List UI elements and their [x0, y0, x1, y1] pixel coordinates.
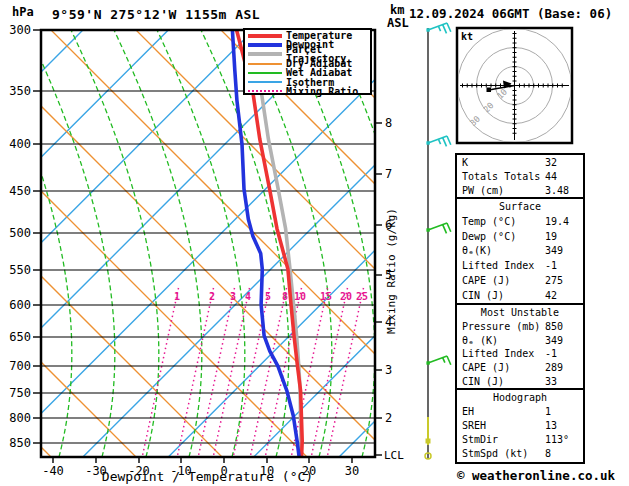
stat-label: StmSpd (kt): [462, 448, 528, 459]
stat-label: PW (cm): [462, 185, 504, 196]
stat-value: 33: [545, 376, 557, 387]
mixing-ratio-value-label: 8: [282, 291, 288, 302]
km-tick-label: 2: [385, 411, 392, 425]
wet-adiabat-line-sample: [248, 72, 282, 74]
stat-value: 289: [545, 362, 563, 373]
temp-tick-label: 10: [253, 464, 281, 478]
mixing-ratio-value-label: 5: [265, 291, 271, 302]
stat-value: 275: [545, 275, 563, 286]
stat-value: 113°: [545, 434, 569, 445]
table-section-header: Hodograph: [457, 392, 583, 406]
wind-barbs: [425, 23, 451, 459]
stat-value: 13: [545, 420, 557, 431]
stat-row: Totals Totals44: [457, 171, 583, 185]
stat-label: CIN (J): [462, 290, 504, 301]
stat-row: K32: [457, 157, 583, 171]
km-tick-label: 7: [385, 167, 392, 181]
stat-row: Lifted Index-1: [457, 348, 583, 362]
copyright: © weatheronline.co.uk: [457, 468, 615, 483]
stat-row: θₑ(K)349: [457, 245, 583, 260]
stat-value: 44: [545, 171, 557, 182]
stat-value: -1: [545, 348, 557, 359]
mixing-ratio-value-label: 10: [294, 291, 306, 302]
pressure-tick-label: 400: [8, 137, 31, 151]
stat-value: 8: [545, 448, 551, 459]
mixing-ratio-line-sample: [248, 90, 282, 92]
stat-row: StmSpd (kt)8: [457, 448, 583, 462]
stat-label: CAPE (J): [462, 362, 510, 373]
indices-table: K32Totals Totals44PW (cm)3.48: [455, 153, 585, 200]
stat-row: SREH13: [457, 420, 583, 434]
stat-value: 349: [545, 245, 563, 256]
table-section-header: Most Unstable: [457, 307, 583, 321]
temp-tick-label: 0: [210, 464, 238, 478]
km-tick-label: 5: [385, 268, 392, 282]
temp-tick-label: -20: [125, 464, 153, 478]
mixing-ratio-value-label: 20: [340, 291, 352, 302]
legend-box: Temperature Dewpoint Parcel Trajectory D…: [243, 28, 372, 95]
pressure-tick-label: 450: [8, 184, 31, 198]
hodograph-unit-label: kt: [461, 31, 473, 42]
pressure-tick-label: 600: [8, 298, 31, 312]
pressure-tick-label: 350: [8, 84, 31, 98]
hodograph-point-marker: [487, 88, 492, 93]
lcl-label: LCL: [384, 449, 404, 462]
mixing-ratio-value-label: 3: [230, 291, 236, 302]
pressure-tick-label: 750: [8, 386, 31, 400]
datetime-label: 12.09.2024 06GMT (Base: 06): [409, 6, 612, 21]
mixing-ratio-value-label: 4: [245, 291, 251, 302]
stat-value: -1: [545, 260, 557, 271]
pressure-tick-label: 550: [8, 263, 31, 277]
stat-row: StmDir113°: [457, 434, 583, 448]
skewt-sounding-app: 102030 hPa 9°59'N 275°12'W 1155m ASL km …: [0, 0, 629, 486]
temp-tick-label: -40: [39, 464, 67, 478]
stat-label: K: [462, 157, 468, 168]
stat-row: Lifted Index-1: [457, 260, 583, 275]
stat-row: CAPE (J)289: [457, 362, 583, 376]
stat-row: CAPE (J)275: [457, 275, 583, 290]
hodograph-table: HodographEH1SREH13StmDir113°StmSpd (kt)8: [455, 388, 585, 464]
stat-value: 32: [545, 157, 557, 168]
stat-value: 1: [545, 406, 551, 417]
km-tick-label: 3: [385, 363, 392, 377]
stat-value: 19.4: [545, 216, 569, 227]
mixing-ratio-value-label: 25: [356, 291, 368, 302]
temp-tick-label: -10: [167, 464, 195, 478]
mixing-ratio-value-label: 2: [209, 291, 215, 302]
stat-row: Temp (°C)19.4: [457, 216, 583, 231]
most-unstable-table: Most UnstablePressure (mb)850θₑ (K)349Li…: [455, 303, 585, 392]
stat-label: CIN (J): [462, 376, 504, 387]
stat-label: θₑ (K): [462, 335, 498, 346]
pressure-tick-label: 500: [8, 226, 31, 240]
page-title: 9°59'N 275°12'W 1155m ASL: [52, 7, 260, 22]
km-tick-label: 6: [385, 218, 392, 232]
km-tick-label: 4: [385, 315, 392, 329]
km-tick-label: 8: [385, 116, 392, 130]
surface-table: SurfaceTemp (°C)19.4Dewp (°C)19θₑ(K)349L…: [455, 197, 585, 307]
stat-value: 19: [545, 231, 557, 242]
temp-tick-label: 30: [338, 464, 366, 478]
stat-value: 349: [545, 335, 563, 346]
altitude-axis-unit-km: km: [390, 3, 404, 17]
temperature-line-sample: [248, 34, 282, 38]
stat-label: SREH: [462, 420, 486, 431]
stat-value: 3.48: [545, 185, 569, 196]
pressure-tick-label: 300: [8, 23, 31, 37]
parcel-line-sample: [248, 52, 282, 56]
isotherm-line-sample: [248, 81, 282, 83]
stat-label: θₑ(K): [462, 245, 492, 256]
stat-row: EH1: [457, 406, 583, 420]
stat-label: Pressure (mb): [462, 321, 540, 332]
pressure-tick-label: 800: [8, 411, 31, 425]
legend-item-mixing-ratio: Mixing Ratio: [248, 87, 370, 96]
stat-label: EH: [462, 406, 474, 417]
stat-label: StmDir: [462, 434, 498, 445]
stat-value: 42: [545, 290, 557, 301]
pressure-tick-label: 650: [8, 330, 31, 344]
stat-row: Dewp (°C)19: [457, 231, 583, 246]
dry-adiabat-line-sample: [248, 63, 282, 65]
pressure-axis-unit: hPa: [12, 5, 34, 19]
pressure-tick-label: 850: [8, 436, 31, 450]
stat-label: Totals Totals: [462, 171, 540, 182]
table-section-header: Surface: [457, 201, 583, 216]
